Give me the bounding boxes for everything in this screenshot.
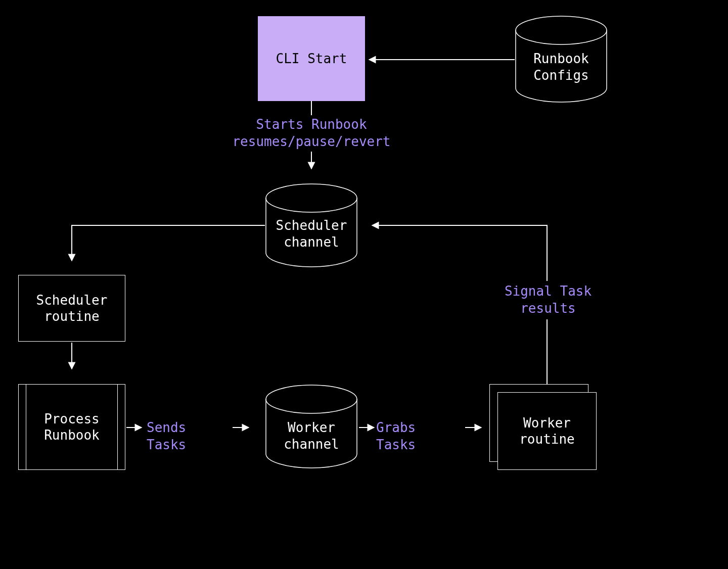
process-runbook-label: Process Runbook	[44, 411, 100, 444]
worker-routine-node: Worker routine	[497, 384, 597, 470]
edge-grabs-tasks: Grabs Tasks	[376, 419, 462, 454]
process-runbook-node: Process Runbook	[18, 384, 125, 470]
svg-point-1	[266, 184, 357, 212]
worker-routine-label: Worker routine	[519, 415, 575, 448]
edge-signal-task-results: Signal Task results	[503, 283, 594, 317]
edge-starts-runbook: Starts Runbook resumes/pause/revert	[210, 116, 413, 151]
runbook-configs-label: Runbook Configs	[516, 51, 607, 83]
scheduler-routine-node: Scheduler routine	[18, 275, 125, 342]
cli-start-label: CLI Start	[276, 51, 347, 67]
arrow-scheduler-channel-to-routine	[72, 225, 265, 261]
cli-start-node: CLI Start	[258, 16, 365, 101]
svg-point-2	[266, 385, 357, 413]
edge-sends-tasks: Sends Tasks	[147, 419, 233, 454]
arrow-signal-to-scheduler	[372, 225, 547, 281]
worker-channel-label: Worker channel	[266, 419, 357, 452]
svg-point-0	[516, 16, 607, 44]
scheduler-channel-label: Scheduler channel	[266, 217, 357, 250]
diagram-canvas: CLI Start Runbook Configs Scheduler chan…	[0, 0, 728, 569]
scheduler-routine-label: Scheduler routine	[36, 292, 108, 325]
